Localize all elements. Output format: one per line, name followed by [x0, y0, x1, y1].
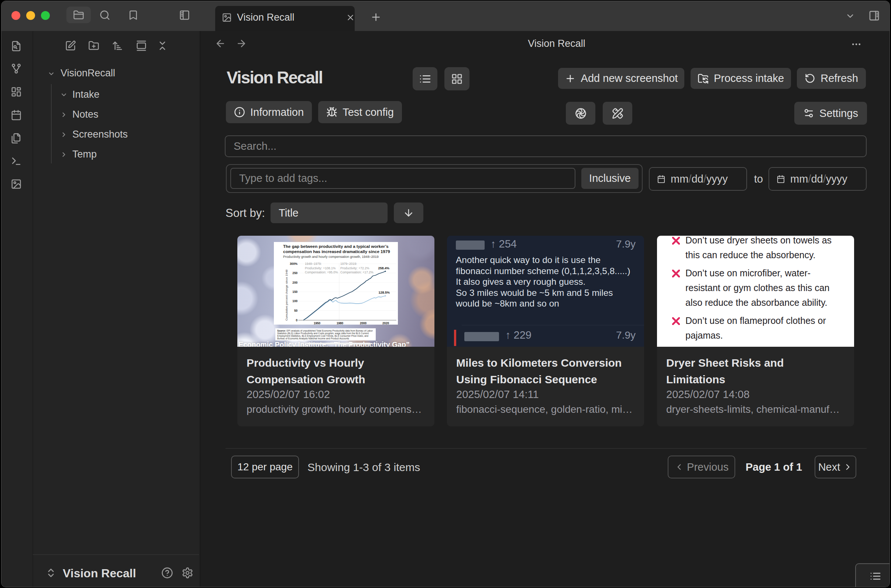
- svg-text:200: 200: [292, 281, 298, 284]
- svg-text:250: 250: [292, 272, 298, 275]
- svg-text:150: 150: [292, 290, 298, 294]
- svg-text:1980: 1980: [337, 322, 344, 325]
- svg-text:Compensation: +17.2%: Compensation: +17.2%: [340, 270, 374, 274]
- svg-text:The gap between productivity a: The gap between productivity and a typic…: [283, 244, 389, 249]
- svg-text:Compensation: +95.0%: Compensation: +95.0%: [305, 270, 338, 274]
- svg-text:1948–1979:: 1948–1979:: [305, 262, 322, 266]
- svg-text:Productivity: +72.2%: Productivity: +72.2%: [340, 266, 370, 270]
- svg-text:2020: 2020: [382, 322, 389, 325]
- svg-text:300%: 300%: [290, 262, 298, 266]
- svg-text:Cumulative percent change sinc: Cumulative percent change since 1948: [285, 269, 288, 321]
- svg-text:Productivity: +108.1%: Productivity: +108.1%: [305, 266, 336, 270]
- svg-text:0: 0: [296, 319, 298, 322]
- svg-text:1979–2019:: 1979–2019:: [340, 262, 357, 266]
- svg-text:Productivity growth and hourly: Productivity growth and hourly compensat…: [283, 255, 379, 259]
- svg-text:258.4%: 258.4%: [378, 266, 389, 270]
- svg-text:2000: 2000: [360, 322, 367, 325]
- svg-text:50: 50: [294, 309, 298, 312]
- svg-text:128.5%: 128.5%: [378, 291, 390, 294]
- svg-text:100: 100: [292, 300, 298, 303]
- svg-text:compensation has increased dra: compensation has increased dramatically …: [283, 249, 390, 254]
- svg-text:1950: 1950: [314, 322, 321, 325]
